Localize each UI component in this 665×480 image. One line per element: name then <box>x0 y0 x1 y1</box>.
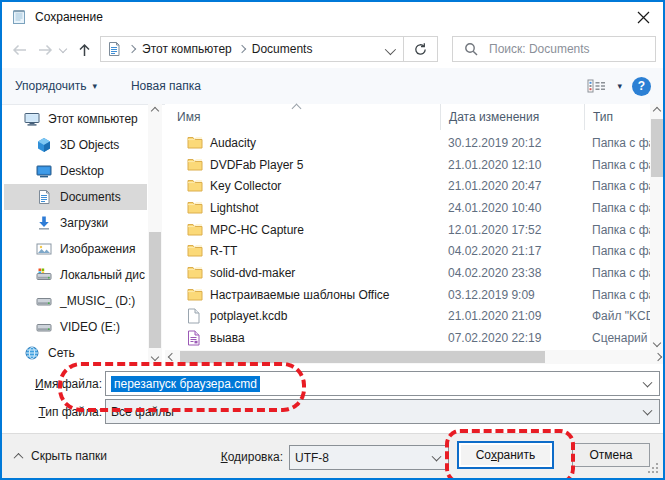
back-icon[interactable] <box>11 42 28 58</box>
footer: Скрыть папки Кодировка: UTF-8 Сохранить … <box>2 433 663 478</box>
sidebar-item-label: Загрузки <box>60 216 108 230</box>
pictures-icon <box>36 241 52 257</box>
breadcrumb-item-this-pc[interactable]: Этот компьютер <box>142 42 232 56</box>
help-button[interactable]: ? <box>632 77 651 96</box>
organize-button[interactable]: Упорядочить ▾ <box>15 79 97 93</box>
column-header-date[interactable]: Дата изменения <box>440 104 584 130</box>
cancel-button[interactable]: Отмена <box>572 443 650 467</box>
sidebar-item--music-d-[interactable]: _MUSIC_ (D:) <box>4 288 147 314</box>
file-type: Папка с фа <box>584 288 650 302</box>
refresh-icon <box>413 42 428 57</box>
sidebar-item-label: Сеть <box>48 346 75 360</box>
refresh-button[interactable] <box>404 36 438 62</box>
sidebar-item-video-e-[interactable]: VIDEO (E:) <box>4 314 147 340</box>
file-row[interactable]: DVDFab Player 521.01.2020 12:10Папка с ф… <box>165 154 650 176</box>
file-date: 21.01.2020 12:10 <box>440 158 584 172</box>
column-name-label: Имя <box>177 110 200 124</box>
sidebar-item-documents[interactable]: Documents <box>4 184 147 210</box>
view-dropdown-icon[interactable]: ▾ <box>617 81 622 91</box>
scroll-down-icon[interactable] <box>650 336 664 350</box>
scrollbar-thumb[interactable] <box>180 351 545 363</box>
history-chevron-icon[interactable] <box>60 46 66 52</box>
file-row[interactable]: potplayet.kcdb21.01.2020 21:09Файл "KCDB <box>165 306 650 328</box>
file-row[interactable]: Lightshot24.01.2020 10:40Папка с фа <box>165 197 650 219</box>
file-row[interactable]: R-TT04.02.2020 21:17Папка с фа <box>165 240 650 262</box>
sort-ascending-icon <box>292 104 302 114</box>
downloads-icon <box>36 215 52 231</box>
column-header-name[interactable]: Имя <box>165 104 440 130</box>
up-icon[interactable] <box>76 42 93 58</box>
save-button[interactable]: Сохранить <box>457 441 554 469</box>
hide-folders-button[interactable]: Скрыть папки <box>15 449 107 463</box>
dialog-title: Сохранение <box>35 10 103 24</box>
file-date: 03.12.2019 9:09 <box>440 288 584 302</box>
view-details-button[interactable] <box>587 79 607 93</box>
file-row[interactable]: выава07.02.2020 22:19Сценарий S <box>165 327 650 349</box>
breadcrumb[interactable]: Этот компьютер Documents <box>100 36 404 62</box>
file-row[interactable]: Key Collector21.01.2020 20:47Папка с фа <box>165 175 650 197</box>
file-date: 04.02.2020 21:17 <box>440 244 584 258</box>
folder-icon <box>187 243 203 259</box>
file-date: 21.01.2020 20:47 <box>440 179 584 193</box>
file-row[interactable]: Настраиваемые шаблоны Office03.12.2019 9… <box>165 284 650 306</box>
scroll-up-icon[interactable] <box>650 104 664 118</box>
file-name-cell: Настраиваемые шаблоны Office <box>165 287 440 303</box>
column-type-label: Тип <box>593 110 613 124</box>
sidebar-item-label: Локальный дис <box>60 268 145 282</box>
file-type: Папка с фа <box>584 244 650 258</box>
new-folder-label: Новая папка <box>131 79 201 93</box>
scroll-down-icon[interactable] <box>148 350 162 364</box>
new-folder-button[interactable]: Новая папка <box>131 79 201 93</box>
file-list: Audacity30.12.2019 20:12Папка с фаDVDFab… <box>165 132 650 349</box>
list-header: Имя Дата изменения Тип <box>165 104 650 130</box>
sidebar-item-label: 3D Objects <box>60 138 119 152</box>
desktop-icon <box>36 163 52 179</box>
list-horizontal-scrollbar[interactable] <box>165 350 665 364</box>
scroll-up-icon[interactable] <box>148 104 162 118</box>
sidebar-item-сеть[interactable]: Сеть <box>4 340 147 366</box>
sidebar-item-desktop[interactable]: Desktop <box>4 158 147 184</box>
folder-icon <box>187 200 203 216</box>
sidebar-item-локальный-дис[interactable]: Локальный дис <box>4 262 147 288</box>
sidebar-scrollbar[interactable] <box>148 104 162 364</box>
breadcrumb-item-documents[interactable]: Documents <box>252 42 313 56</box>
resize-grip[interactable] <box>648 463 658 473</box>
scroll-right-icon[interactable] <box>651 350 665 364</box>
file-type: Папка с фа <box>584 158 650 172</box>
file-row[interactable]: Audacity30.12.2019 20:12Папка с фа <box>165 132 650 154</box>
folder-icon <box>187 222 203 238</box>
sidebar-item-3d-objects[interactable]: 3D Objects <box>4 132 147 158</box>
file-type: Папка с фа <box>584 136 650 150</box>
sidebar-item-изображения[interactable]: Изображения <box>4 236 147 262</box>
title-bar: Сохранение <box>2 2 663 32</box>
sidebar-item-загрузки[interactable]: Загрузки <box>4 210 147 236</box>
breadcrumb-separator-icon <box>237 45 245 53</box>
file-name-cell: solid-dvd-maker <box>165 265 440 281</box>
search-box[interactable]: Поиск: Documents <box>452 36 656 62</box>
chevron-down-icon[interactable] <box>643 377 653 387</box>
file-name: MPC-HC Capture <box>210 223 304 237</box>
close-button[interactable] <box>627 4 659 30</box>
scrollbar-thumb[interactable] <box>149 232 161 348</box>
file-date: 24.01.2020 10:40 <box>440 201 584 215</box>
chevron-down-icon[interactable] <box>643 405 653 415</box>
file-name-cell: Lightshot <box>165 200 440 216</box>
encoding-select[interactable]: UTF-8 <box>289 445 449 470</box>
breadcrumb-dropdown-icon[interactable] <box>385 44 396 55</box>
filename-input[interactable]: перезапуск браузера.cmd <box>105 371 660 396</box>
sidebar-item-этот-компьютер[interactable]: Этот компьютер <box>4 106 147 132</box>
file-name-cell: выава <box>165 330 440 346</box>
file-name: potplayet.kcdb <box>210 309 287 323</box>
column-header-type[interactable]: Тип <box>584 104 650 130</box>
forward-icon[interactable] <box>37 42 54 58</box>
chevron-down-icon[interactable] <box>432 451 442 461</box>
filetype-select[interactable]: Все файлы <box>105 399 660 424</box>
scroll-left-icon[interactable] <box>165 350 179 364</box>
list-vertical-scrollbar[interactable] <box>650 104 664 350</box>
file-row[interactable]: MPC-HC Capture12.01.2020 17:52Папка с фа <box>165 219 650 241</box>
sidebar-item-label: Desktop <box>60 164 104 178</box>
file-row[interactable]: solid-dvd-maker04.02.2020 23:38Папка с ф… <box>165 262 650 284</box>
scrollbar-thumb[interactable] <box>651 119 663 177</box>
encoding-value: UTF-8 <box>295 451 329 465</box>
documents-icon <box>106 41 122 57</box>
